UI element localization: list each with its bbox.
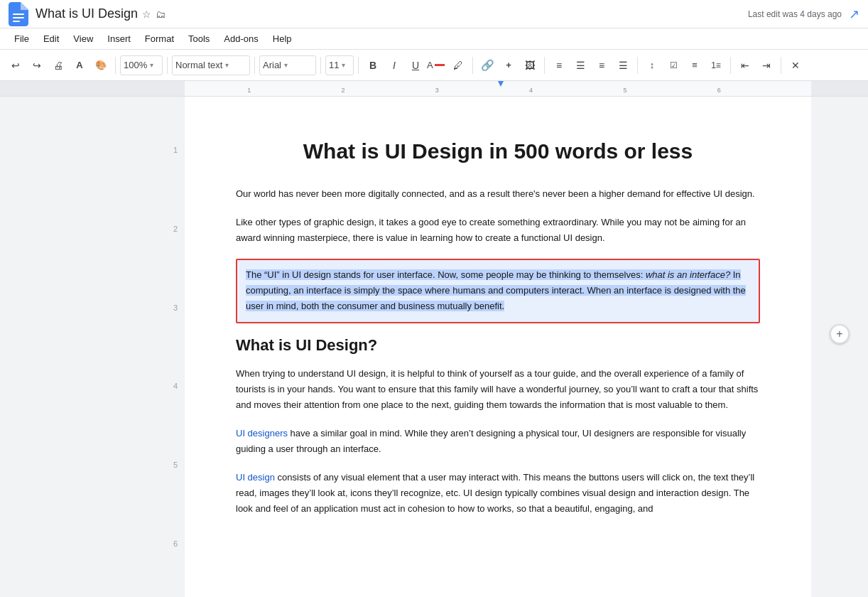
underline-button[interactable]: U — [406, 55, 425, 75]
paragraph-selected: The “UI” in UI design stands for user in… — [236, 259, 760, 323]
paragraph-4: When trying to understand UI design, it … — [236, 366, 760, 413]
font-select[interactable]: Arial ▾ — [259, 55, 316, 75]
ruler-tick-4: 4 — [529, 87, 533, 94]
ruler-left — [0, 81, 185, 96]
menu-bar: File Edit View Insert Format Tools Add-o… — [0, 28, 868, 50]
activity-icon[interactable]: ↗ — [849, 6, 859, 22]
ruler: 1 2 3 4 5 6 — [0, 81, 868, 97]
doc-page[interactable]: What is UI Design in 500 words or less O… — [185, 97, 811, 597]
align-justify-button[interactable]: ☰ — [613, 55, 633, 75]
decrease-indent-button[interactable]: ⇤ — [735, 55, 755, 75]
line-spacing-button[interactable]: ↕ — [642, 55, 662, 75]
svg-rect-0 — [13, 14, 24, 15]
ruler-tick-2: 2 — [342, 87, 345, 94]
style-select[interactable]: Normal text ▾ — [172, 55, 250, 75]
align-left-button[interactable]: ≡ — [549, 55, 569, 75]
image-button[interactable]: 🖼 — [520, 55, 540, 75]
folder-icon[interactable]: 🗂 — [156, 9, 166, 20]
paragraph-4-text: When trying to understand UI design, it … — [236, 368, 758, 410]
ui-design-link-1[interactable]: UI design — [236, 472, 275, 483]
ui-designers-link-1[interactable]: UI designers — [236, 428, 288, 439]
page-num-1: 1 — [173, 146, 178, 154]
numbered-list-button[interactable]: 1≡ — [706, 55, 726, 75]
size-select[interactable]: 11 ▾ — [325, 55, 354, 75]
paragraph-selected-text: The “UI” in UI design stands for user in… — [246, 269, 746, 311]
bold-button[interactable]: B — [363, 55, 383, 75]
zoom-value: 100% — [124, 60, 147, 70]
toolbar: ↩ ↪ 🖨 A 🎨 100% ▾ Normal text ▾ Arial ▾ 1… — [0, 50, 868, 81]
print-button[interactable]: 🖨 — [48, 55, 68, 75]
comment-button[interactable]: + — [499, 55, 519, 75]
ruler-tick-5: 5 — [623, 87, 626, 94]
highlight-button[interactable]: 🖊 — [448, 55, 468, 75]
align-right-button[interactable]: ≡ — [592, 55, 612, 75]
paint-format-button[interactable]: 🎨 — [91, 55, 111, 75]
redo-button[interactable]: ↪ — [27, 55, 47, 75]
ruler-cursor — [498, 81, 504, 87]
doc-main-title: What is UI Design in 500 words or less — [236, 139, 760, 163]
paragraph-2: Like other types of graphic design, it t… — [236, 215, 760, 246]
paragraph-5: UI designers have a similar goal in mind… — [236, 426, 760, 457]
paragraph-2-text: Like other types of graphic design, it t… — [236, 217, 746, 243]
toolbar-sep-7 — [544, 57, 545, 74]
doc-title[interactable]: What is UI Design — [36, 6, 138, 22]
menu-edit[interactable]: Edit — [38, 31, 65, 46]
title-bar: What is UI Design ☆ 🗂 Last edit was 4 da… — [0, 0, 868, 28]
ruler-right — [811, 81, 868, 96]
spellcheck-button[interactable]: A — [70, 55, 89, 75]
zoom-arrow: ▾ — [150, 61, 153, 69]
checklist-button[interactable]: ☑ — [663, 55, 683, 75]
menu-help[interactable]: Help — [267, 31, 298, 46]
paragraph-6: UI design consists of any visual element… — [236, 470, 760, 517]
style-value: Normal text — [175, 60, 222, 70]
menu-insert[interactable]: Insert — [102, 31, 136, 46]
star-icon[interactable]: ☆ — [142, 9, 151, 20]
svg-rect-1 — [13, 17, 24, 18]
last-edit: Last edit was 4 days ago — [748, 9, 842, 19]
clear-formatting-button[interactable]: ✕ — [786, 55, 805, 75]
undo-button[interactable]: ↩ — [6, 55, 26, 75]
link-button[interactable]: 🔗 — [477, 55, 497, 75]
size-value: 11 — [329, 60, 339, 70]
toolbar-sep-1 — [115, 57, 116, 74]
style-arrow: ▾ — [225, 61, 229, 69]
size-arrow: ▾ — [342, 61, 345, 69]
ruler-center: 1 2 3 4 5 6 — [185, 81, 811, 96]
paragraph-1: Our world has never been more digitally … — [236, 186, 760, 202]
doc-subheading: What is UI Design? — [236, 336, 760, 355]
docs-icon — [9, 2, 28, 26]
italic-button[interactable]: I — [384, 55, 404, 75]
page-num-5: 5 — [173, 461, 178, 469]
menu-addons[interactable]: Add-ons — [218, 31, 264, 46]
menu-format[interactable]: Format — [139, 31, 180, 46]
paragraph-1-text: Our world has never been more digitally … — [236, 188, 755, 199]
text-color-button[interactable]: A — [427, 55, 447, 75]
toolbar-sep-8 — [637, 57, 638, 74]
toolbar-sep-3 — [254, 57, 255, 74]
ruler-tick-1: 1 — [247, 87, 251, 94]
ruler-tick-6: 6 — [717, 87, 721, 94]
title-area: What is UI Design ☆ 🗂 — [36, 6, 748, 22]
svg-rect-2 — [13, 21, 20, 22]
toolbar-sep-2 — [167, 57, 168, 74]
main-area: 1 2 3 4 5 6 What is UI Design in 500 wor… — [0, 97, 868, 597]
add-comment-button[interactable]: + — [830, 324, 850, 344]
align-center-button[interactable]: ☰ — [570, 55, 590, 75]
bullet-list-button[interactable]: ≡ — [685, 55, 705, 75]
zoom-select[interactable]: 100% ▾ — [120, 55, 163, 75]
toolbar-sep-10 — [781, 57, 781, 74]
increase-indent-button[interactable]: ⇥ — [756, 55, 776, 75]
page-numbers: 1 2 3 4 5 6 — [173, 97, 178, 597]
menu-view[interactable]: View — [67, 31, 99, 46]
ruler-tick-3: 3 — [435, 87, 439, 94]
page-num-3: 3 — [173, 303, 178, 312]
page-num-4: 4 — [173, 382, 178, 390]
toolbar-sep-6 — [472, 57, 473, 74]
font-value: Arial — [263, 60, 281, 70]
menu-tools[interactable]: Tools — [183, 31, 215, 46]
font-arrow: ▾ — [284, 61, 288, 69]
page-num-2: 2 — [173, 225, 178, 233]
toolbar-sep-9 — [730, 57, 731, 74]
toolbar-sep-5 — [358, 57, 359, 74]
menu-file[interactable]: File — [9, 31, 35, 46]
